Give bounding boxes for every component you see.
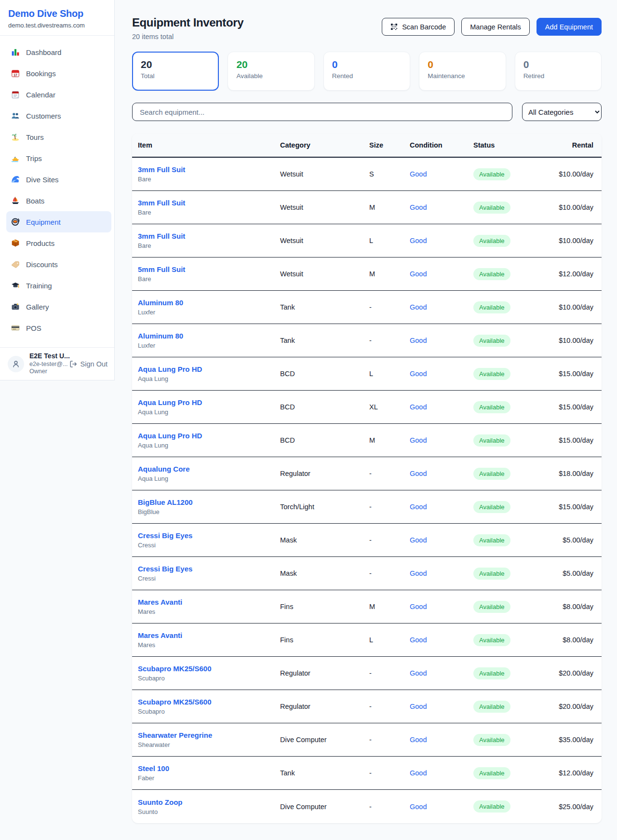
page-header: Equipment Inventory 20 items total Scan …	[132, 16, 602, 41]
condition-link[interactable]: Good	[410, 370, 473, 378]
condition-link[interactable]: Good	[410, 669, 473, 677]
status-badge: Available	[473, 800, 510, 813]
item-name-link[interactable]: Aqualung Core	[138, 465, 280, 473]
category-select[interactable]: All Categories	[522, 103, 602, 121]
item-name-link[interactable]: Mares Avanti	[138, 598, 280, 606]
sidebar-item-products[interactable]: Products	[6, 232, 111, 254]
column-header-category: Category	[280, 141, 369, 149]
cell-category: Wetsuit	[280, 203, 369, 211]
item-name-link[interactable]: Aluminum 80	[138, 332, 280, 340]
manage-rentals-button[interactable]: Manage Rentals	[461, 18, 530, 36]
item-name-link[interactable]: 3mm Full Suit	[138, 199, 280, 207]
item-name-link[interactable]: Steel 100	[138, 764, 280, 772]
sidebar-item-equipment[interactable]: Equipment	[6, 211, 111, 232]
sidebar-item-dashboard[interactable]: Dashboard	[6, 41, 111, 63]
cell-rental-price: $10.00/day	[539, 203, 593, 211]
cell-size: -	[369, 736, 410, 744]
condition-link[interactable]: Good	[410, 237, 473, 244]
cell-size: S	[369, 170, 410, 178]
item-name-link[interactable]: Scubapro MK25/S600	[138, 698, 280, 706]
condition-link[interactable]: Good	[410, 603, 473, 610]
cell-rental-price: $8.00/day	[539, 603, 593, 610]
condition-link[interactable]: Good	[410, 569, 473, 577]
add-equipment-button[interactable]: Add Equipment	[537, 18, 602, 36]
table-row: 3mm Full SuitBareWetsuitSGoodAvailable$1…	[132, 158, 602, 191]
status-badge: Available	[473, 734, 510, 746]
bookings-calendar-icon: 17	[11, 69, 20, 78]
item-name-link[interactable]: 3mm Full Suit	[138, 232, 280, 240]
item-name-link[interactable]: Cressi Big Eyes	[138, 565, 280, 573]
condition-link[interactable]: Good	[410, 536, 473, 544]
table-row: Aqualung CoreAqua LungRegulator-GoodAvai…	[132, 457, 602, 490]
sidebar-item-training[interactable]: Training	[6, 275, 111, 296]
sidebar-item-dive-sites[interactable]: Dive Sites	[6, 169, 111, 190]
condition-link[interactable]: Good	[410, 337, 473, 344]
cell-size: M	[369, 436, 410, 444]
condition-link[interactable]: Good	[410, 470, 473, 477]
sidebar-item-discounts[interactable]: Discounts	[6, 254, 111, 275]
stat-label: Rented	[332, 72, 402, 80]
table-row: Cressi Big EyesCressiMask-GoodAvailable$…	[132, 557, 602, 590]
table-body: 3mm Full SuitBareWetsuitSGoodAvailable$1…	[132, 158, 602, 823]
condition-link[interactable]: Good	[410, 703, 473, 710]
item-name-link[interactable]: Suunto Zoop	[138, 798, 280, 806]
condition-link[interactable]: Good	[410, 270, 473, 278]
stat-card-retired[interactable]: 0Retired	[515, 52, 602, 91]
stat-card-maintenance[interactable]: 0Maintenance	[419, 52, 506, 91]
sidebar-item-calendar[interactable]: Calendar	[6, 84, 111, 105]
condition-link[interactable]: Good	[410, 736, 473, 744]
item-brand: Suunto	[138, 808, 280, 815]
condition-link[interactable]: Good	[410, 636, 473, 644]
stat-card-total[interactable]: 20Total	[132, 52, 219, 91]
item-name-link[interactable]: Aluminum 80	[138, 298, 280, 307]
cell-size: M	[369, 203, 410, 211]
item-name-link[interactable]: Aqua Lung Pro HD	[138, 432, 280, 440]
status-badge: Available	[473, 501, 510, 513]
sidebar-item-bookings[interactable]: 17Bookings	[6, 63, 111, 84]
item-name-link[interactable]: Aqua Lung Pro HD	[138, 398, 280, 406]
item-name-link[interactable]: Cressi Big Eyes	[138, 531, 280, 540]
cell-category: Tank	[280, 303, 369, 311]
sidebar-item-customers[interactable]: Customers	[6, 105, 111, 126]
item-brand: Bare	[138, 209, 280, 216]
condition-link[interactable]: Good	[410, 403, 473, 411]
dive-mask-icon	[11, 217, 20, 226]
condition-link[interactable]: Good	[410, 436, 473, 444]
item-name-link[interactable]: BigBlue AL1200	[138, 498, 280, 506]
stat-card-available[interactable]: 20Available	[228, 52, 314, 91]
cell-category: Wetsuit	[280, 270, 369, 278]
table-row: Aqua Lung Pro HDAqua LungBCDLGoodAvailab…	[132, 357, 602, 391]
stat-card-rented[interactable]: 0Rented	[323, 52, 410, 91]
item-name-link[interactable]: 3mm Full Suit	[138, 165, 280, 174]
condition-link[interactable]: Good	[410, 803, 473, 811]
status-badge: Available	[473, 434, 510, 447]
cell-size: -	[369, 337, 410, 344]
sidebar-item-gallery[interactable]: Gallery	[6, 296, 111, 317]
sidebar-item-pos[interactable]: POS	[6, 317, 111, 339]
sidebar-item-boats[interactable]: Boats	[6, 190, 111, 211]
item-name-link[interactable]: Mares Avanti	[138, 631, 280, 639]
status-badge: Available	[473, 202, 510, 214]
condition-link[interactable]: Good	[410, 303, 473, 311]
search-input[interactable]	[132, 103, 512, 121]
column-header-item: Item	[138, 141, 280, 149]
condition-link[interactable]: Good	[410, 203, 473, 211]
sign-out-button[interactable]: Sign Out	[69, 360, 107, 368]
sidebar-item-label: POS	[26, 324, 41, 332]
sidebar-item-label: Boats	[26, 197, 44, 205]
condition-link[interactable]: Good	[410, 170, 473, 178]
scan-barcode-button[interactable]: Scan Barcode	[382, 18, 455, 36]
table-row: 3mm Full SuitBareWetsuitMGoodAvailable$1…	[132, 191, 602, 224]
condition-link[interactable]: Good	[410, 769, 473, 777]
condition-link[interactable]: Good	[410, 503, 473, 511]
item-name-link[interactable]: Aqua Lung Pro HD	[138, 365, 280, 373]
stat-label: Retired	[523, 72, 593, 80]
sidebar-item-tours[interactable]: Tours	[6, 126, 111, 148]
sidebar-item-trips[interactable]: Trips	[6, 148, 111, 169]
status-badge: Available	[473, 601, 510, 613]
cell-status: Available	[473, 335, 539, 347]
item-name-link[interactable]: 5mm Full Suit	[138, 265, 280, 273]
column-header-size: Size	[369, 141, 410, 149]
item-name-link[interactable]: Scubapro MK25/S600	[138, 664, 280, 673]
item-name-link[interactable]: Shearwater Peregrine	[138, 731, 280, 739]
